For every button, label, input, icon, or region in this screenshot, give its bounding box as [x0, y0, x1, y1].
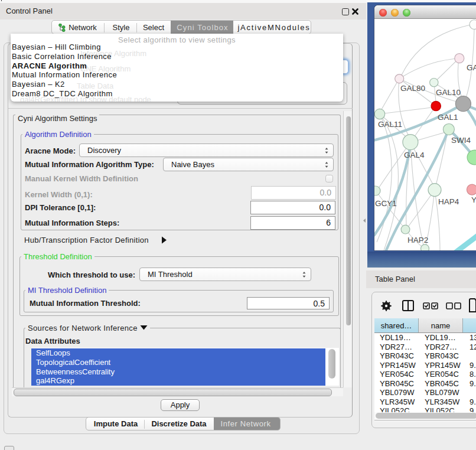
svg-text:GAL11: GAL11 [378, 120, 402, 129]
svg-text:GAL4: GAL4 [404, 151, 425, 159]
svg-text:SWI4: SWI4 [451, 136, 471, 145]
svg-text:GAL80: GAL80 [400, 84, 425, 93]
svg-text:HAP2: HAP2 [407, 236, 428, 244]
svg-text:GAL: GAL [467, 63, 476, 72]
svg-text:GAL10: GAL10 [436, 88, 461, 97]
svg-text:GCY1: GCY1 [375, 199, 397, 208]
svg-text:Y: Y [471, 195, 476, 204]
svg-text:GAL1: GAL1 [438, 113, 458, 122]
svg-text:HAP4: HAP4 [438, 197, 459, 206]
